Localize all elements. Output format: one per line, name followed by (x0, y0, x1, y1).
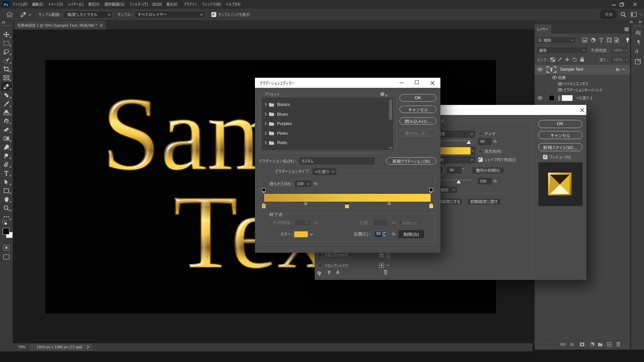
svg-text:T: T (550, 67, 553, 72)
